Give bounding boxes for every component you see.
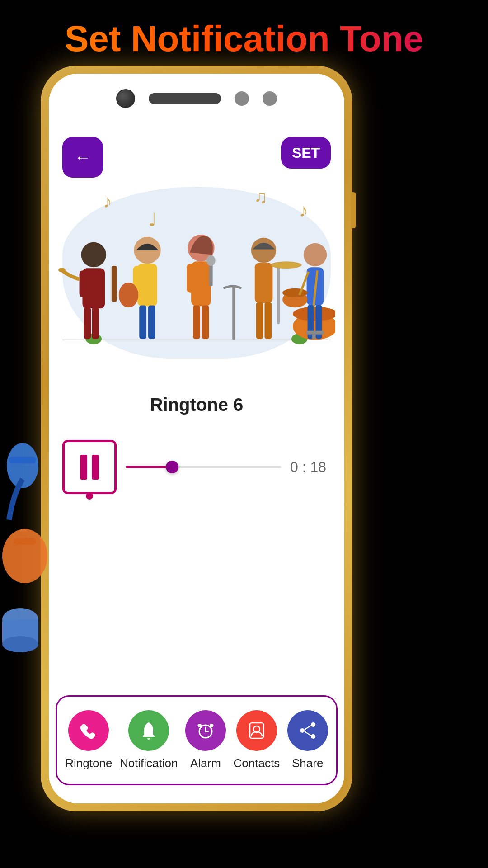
music-illustration: ♪ ♩ ♫ ♪ — [58, 182, 335, 372]
pause-button-container — [62, 440, 117, 494]
svg-rect-23 — [148, 305, 155, 339]
phone-screen: ← SET ♪ ♩ ♫ ♪ — [49, 74, 344, 803]
svg-point-29 — [206, 255, 216, 266]
svg-rect-26 — [187, 264, 197, 292]
svg-rect-35 — [277, 266, 280, 324]
decorative-instruments — [0, 429, 54, 657]
svg-rect-31 — [193, 305, 200, 339]
svg-point-62 — [311, 722, 315, 727]
alarm-icon-circle — [185, 710, 226, 751]
progress-fill — [126, 466, 172, 468]
svg-rect-12 — [80, 270, 89, 297]
svg-point-56 — [210, 724, 213, 727]
svg-rect-30 — [232, 286, 235, 340]
svg-rect-39 — [265, 302, 272, 339]
svg-line-66 — [305, 731, 311, 736]
app-content: ← SET ♪ ♩ ♫ ♪ — [49, 123, 344, 803]
ringtone-icon-circle — [68, 710, 109, 751]
svg-point-64 — [311, 734, 315, 739]
svg-rect-27 — [198, 264, 208, 292]
ringtone-label: Ringtone — [65, 756, 112, 770]
player-controls: 0 : 18 — [62, 440, 331, 494]
svg-rect-16 — [92, 307, 99, 339]
song-title: Ringtone 6 — [49, 395, 344, 415]
back-button[interactable]: ← — [62, 137, 103, 178]
phone-icon — [78, 720, 99, 741]
svg-rect-1 — [9, 457, 36, 463]
action-bar: Ringtone Notification — [56, 695, 338, 785]
sensor — [235, 91, 249, 106]
volume-button — [351, 192, 356, 228]
svg-rect-50 — [306, 331, 324, 335]
svg-rect-57 — [250, 723, 263, 738]
svg-rect-22 — [139, 305, 146, 339]
back-arrow-icon: ← — [74, 148, 91, 167]
svg-rect-15 — [84, 307, 91, 339]
alarm-label: Alarm — [190, 756, 221, 770]
contacts-label: Contacts — [234, 756, 280, 770]
svg-point-17 — [134, 237, 160, 264]
svg-point-55 — [198, 724, 202, 727]
share-label: Share — [292, 756, 323, 770]
progress-thumb[interactable] — [166, 461, 178, 473]
svg-point-6 — [2, 636, 38, 652]
svg-rect-51 — [312, 335, 316, 339]
pause-button[interactable] — [62, 440, 117, 494]
set-label: SET — [292, 145, 320, 161]
svg-rect-32 — [202, 305, 209, 339]
set-button[interactable]: SET — [281, 137, 331, 169]
pause-bar-left — [80, 455, 87, 480]
progress-track — [126, 466, 281, 468]
time-display: 0 : 18 — [290, 459, 331, 476]
action-share[interactable]: Share — [287, 710, 328, 770]
svg-rect-3 — [14, 538, 36, 545]
svg-point-63 — [300, 728, 305, 733]
progress-bar[interactable] — [126, 465, 281, 469]
svg-point-10 — [81, 242, 106, 267]
svg-point-20 — [119, 283, 139, 307]
svg-point-40 — [304, 243, 327, 266]
svg-point-45 — [282, 288, 307, 297]
phone-frame: ← SET ♪ ♩ ♫ ♪ — [41, 66, 352, 811]
action-notification[interactable]: Notification — [120, 710, 178, 770]
svg-point-2 — [2, 529, 47, 583]
share-icon-circle — [287, 710, 328, 751]
action-alarm[interactable]: Alarm — [185, 710, 226, 770]
alarm-icon — [195, 720, 216, 741]
pause-icon — [80, 455, 99, 480]
share-icon — [297, 720, 318, 741]
camera-lens — [116, 89, 135, 108]
svg-point-14 — [58, 268, 66, 272]
camera-area — [49, 74, 344, 123]
contact-icon — [246, 720, 267, 741]
pause-bar-right — [92, 455, 99, 480]
action-ringtone[interactable]: Ringtone — [65, 710, 112, 770]
svg-rect-13 — [94, 270, 103, 297]
notification-label: Notification — [120, 756, 178, 770]
action-contacts[interactable]: Contacts — [234, 710, 280, 770]
svg-rect-21 — [112, 266, 117, 302]
sensor-2 — [263, 91, 277, 106]
bell-icon — [138, 720, 159, 741]
contacts-icon-circle — [236, 710, 277, 751]
svg-rect-38 — [256, 302, 263, 339]
notification-icon-circle — [128, 710, 169, 751]
page-title: Set Notification Tone — [0, 18, 488, 60]
speaker-bar — [149, 93, 221, 104]
svg-line-65 — [305, 726, 311, 730]
svg-point-33 — [251, 238, 276, 263]
svg-point-37 — [272, 262, 299, 268]
progress-dot-indicator — [86, 492, 93, 500]
svg-rect-34 — [255, 263, 273, 303]
